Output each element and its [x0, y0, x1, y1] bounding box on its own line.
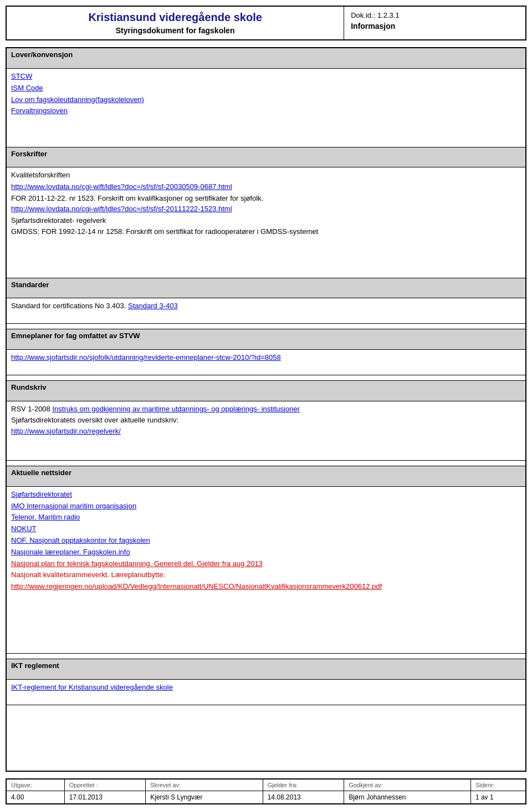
forvaltningsloven-link[interactable]: Forvaltningsloven — [11, 105, 521, 117]
kvalitets-text: FOR 2011-12-22. nr 1523. Forskrift om kv… — [11, 193, 521, 204]
standard-link[interactable]: Standard 3-403 — [128, 302, 178, 310]
nof-link[interactable]: NOF. Nasjonalt opptakskontor for fagskol… — [11, 535, 521, 547]
footer-gjelder-value: 14.08.2013 — [263, 791, 344, 804]
emneplaner-content-row: http://www.sjofartsdir.no/sjofolk/utdann… — [6, 349, 526, 375]
kvalitets-url[interactable]: http://www.lovdata.no/cgi-wift/ldles?doc… — [11, 181, 521, 193]
forskrifter-section-header: Forskrifter — [6, 147, 526, 167]
spacer-row-2 — [6, 375, 526, 380]
sjodir-oversikt-text: Sjøfartsdirektoratets oversikt over aktu… — [11, 415, 521, 426]
aktuelle-section-header: Aktuelle nettsider — [6, 466, 526, 487]
footer-values-row: 4.00 17.01.2013 Kjersti S Lyngvær 14.08.… — [6, 791, 526, 804]
ikt-content-row: IKT-reglement for Kristiansund videregåe… — [6, 679, 526, 705]
school-title: Kristiansund videregående skole — [13, 11, 337, 24]
footer-skrevet-value: Kjersti S Lyngvær — [146, 791, 263, 804]
footer-opprettet-label: Opprettet : — [64, 779, 145, 791]
forskrifter-section-header-row: Forskrifter — [6, 147, 526, 167]
standarder-content-row: Standard for certifications No 3.403. St… — [6, 298, 526, 324]
dok-id: Dok.id.: 1.2.3.1 — [351, 11, 519, 19]
lover-content-row: STCW ISM Code Lov om fagskoleutdanning(f… — [6, 69, 526, 147]
spacer-row-3 — [6, 461, 526, 466]
imo-link[interactable]: IMO Internasjonal maritim organisasjon — [11, 501, 521, 512]
page: Kristiansund videregående skole Styrings… — [0, 0, 532, 810]
footer-sidenr-value: 1 av 1 — [470, 791, 526, 804]
lover-content: STCW ISM Code Lov om fagskoleutdanning(f… — [6, 69, 526, 147]
ism-link[interactable]: ISM Code — [11, 83, 521, 94]
spacer-row-bottom — [6, 705, 526, 771]
footer-sidenr-label: Sidenr: — [470, 779, 526, 791]
forskrifter-content-row: Kvalitetsforskriften http://www.lovdata.… — [6, 167, 526, 278]
stcw-link[interactable]: STCW — [11, 71, 521, 83]
ikt-content: IKT-reglement for Kristiansund videregåe… — [6, 679, 526, 705]
rundskriv-content-row: RSV 1-2008 Instruks om godkjenning av ma… — [6, 401, 526, 461]
rsv-link[interactable]: Instruks om godkjenning av maritime utda… — [52, 405, 300, 413]
footer-labels-row: Utgave: Opprettet : Skrevet av: Gjelder … — [6, 779, 526, 791]
informasjon-label: Informasjon — [351, 22, 519, 30]
header-left: Kristiansund videregående skole Styrings… — [6, 6, 344, 40]
kvalitetsforskriften-label: Kvalitetsforskriften — [11, 170, 521, 181]
footer-godkjent-value: Bjørn Johannessen — [344, 791, 471, 804]
rundskriv-section-header-row: Rundskriv — [6, 380, 526, 401]
sjodir-regelverk-url[interactable]: http://www.sjofartsdir.no/regelverk/ — [11, 426, 521, 437]
spacer-row-4 — [6, 653, 526, 659]
standarder-content: Standard for certifications No 3.403. St… — [6, 298, 526, 324]
spacer-row-1 — [6, 324, 526, 329]
standarder-section-header-row: Standarder — [6, 278, 526, 298]
aktuelle-section-header-row: Aktuelle nettsider — [6, 466, 526, 487]
sjodir-link[interactable]: Sjøfartsdirektoratet — [11, 489, 521, 501]
telenor-link[interactable]: Telenor. Maritim radio — [11, 512, 521, 523]
footer-table: Utgave: Opprettet : Skrevet av: Gjelder … — [6, 778, 526, 804]
lover-section-header: Lover/konvensjon — [6, 48, 526, 69]
fagskoleloven-link[interactable]: Lov om fagskoleutdanning(fagskoleloven) — [11, 94, 521, 106]
footer-skrevet-label: Skrevet av: — [146, 779, 263, 791]
nasjonale-link[interactable]: Nasjonale læreplaner. Fagskolen.info — [11, 547, 521, 558]
footer-gjelder-label: Gjelder fra: — [263, 779, 344, 791]
emneplaner-section-header-row: Emneplaner for fag omfattet av STVW — [6, 329, 526, 350]
rundskriv-content: RSV 1-2008 Instruks om godkjenning av ma… — [6, 401, 526, 461]
dok-id-value: 1.2.3.1 — [377, 11, 400, 19]
nokut-link[interactable]: NOKUT — [11, 523, 521, 535]
aktuelle-content: Sjøfartsdirektoratet IMO Internasjonal m… — [6, 486, 526, 653]
footer-godkjent-label: Godkjent av: — [344, 779, 471, 791]
rsv-prefix: RSV 1-2008 — [11, 405, 52, 413]
rundskriv-section-header: Rundskriv — [6, 380, 526, 401]
nasjonal-plan-link[interactable]: Nasjonal plan for teknisk fagskoleutdann… — [11, 558, 521, 570]
header-table: Kristiansund videregående skole Styrings… — [6, 6, 526, 40]
ikt-section-header-row: IKT reglement — [6, 659, 526, 679]
footer-utgave-value: 4.00 — [6, 791, 64, 804]
gmdss-text: GMDSS: FOR 1992-12-14 nr 1258: Forskrift… — [11, 226, 521, 237]
sjodir-regelverk-label: Sjøfartsdirektoratet- regelverk — [11, 215, 521, 226]
footer-opprettet-value: 17.01.2013 — [64, 791, 145, 804]
kvalifikasjonsrammeverk-url[interactable]: http://www.regjeringen.no/upload/KD/Vedl… — [11, 581, 521, 593]
emneplaner-url[interactable]: http://www.sjofartsdir.no/sjofolk/utdann… — [11, 352, 521, 364]
sjodir-url[interactable]: http://www.lovdata.no/cgi-wift/ldles?doc… — [11, 203, 521, 215]
standarder-section-header: Standarder — [6, 278, 526, 298]
standard-text: Standard for certifications No 3.403. — [11, 302, 126, 310]
lover-section-header-row: Lover/konvensjon — [6, 48, 526, 69]
ikt-link[interactable]: IKT-reglement for Kristiansund videregåe… — [11, 682, 521, 694]
nasjonalt-kvalitet-text: Nasjonalt kvalitetsrammeverkt. Læreplanu… — [11, 569, 521, 581]
forskrifter-content: Kvalitetsforskriften http://www.lovdata.… — [6, 167, 526, 278]
emneplaner-section-header: Emneplaner for fag omfattet av STVW — [6, 329, 526, 350]
main-content-table: Lover/konvensjon STCW ISM Code Lov om fa… — [6, 47, 526, 772]
rsv-line: RSV 1-2008 Instruks om godkjenning av ma… — [11, 404, 521, 415]
dok-id-label: Dok.id.: — [351, 11, 375, 19]
ikt-section-header: IKT reglement — [6, 659, 526, 679]
aktuelle-content-row: Sjøfartsdirektoratet IMO Internasjonal m… — [6, 486, 526, 653]
footer-utgave-label: Utgave: — [6, 779, 64, 791]
doc-type: Styringsdokument for fagskolen — [13, 26, 337, 35]
header-right: Dok.id.: 1.2.3.1 Informasjon — [344, 6, 526, 40]
emneplaner-content: http://www.sjofartsdir.no/sjofolk/utdann… — [6, 349, 526, 375]
